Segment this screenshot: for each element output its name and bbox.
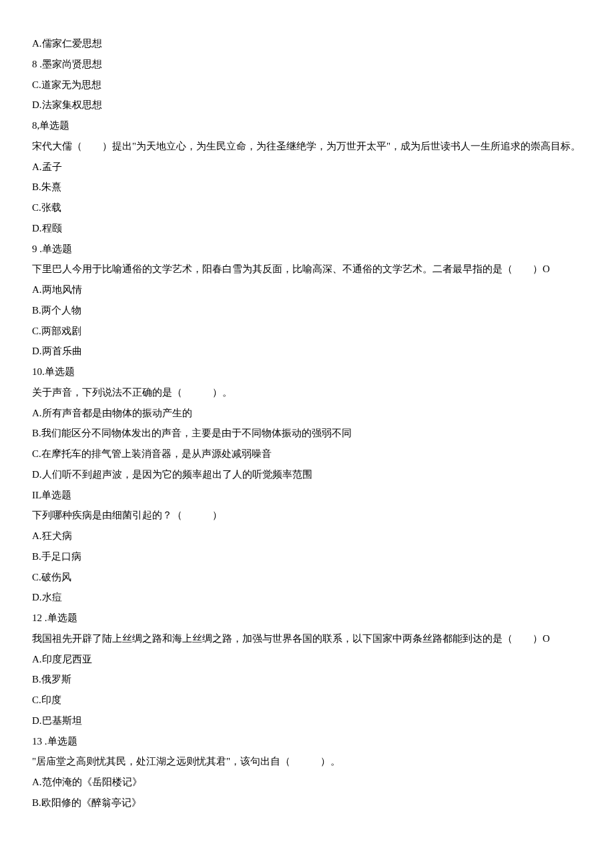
answer-option: A.孟子 bbox=[32, 157, 582, 177]
answer-option: A.儒家仁爱思想 bbox=[32, 33, 582, 54]
question-text: "居庙堂之高则忧其民，处江湖之远则忧其君"，该句出自（ ）。 bbox=[32, 751, 582, 772]
answer-option: A.狂犬病 bbox=[32, 526, 582, 546]
answer-option: B.俄罗斯 bbox=[32, 669, 582, 690]
answer-option: C.破伤风 bbox=[32, 567, 582, 588]
answer-option: A.范仲淹的《岳阳楼记》 bbox=[32, 772, 582, 793]
answer-option: A.两地风情 bbox=[32, 280, 582, 300]
question-heading: 9 .单选题 bbox=[32, 239, 582, 260]
answer-option: C.两部戏剧 bbox=[32, 321, 582, 342]
question-heading: 10.单选题 bbox=[32, 362, 582, 382]
answer-option: D.法家集权思想 bbox=[32, 95, 582, 115]
question-text: 下里巴人今用于比喻通俗的文学艺术，阳春白雪为其反面，比喻高深、不通俗的文学艺术。… bbox=[32, 259, 582, 280]
question-text: 我国祖先开辟了陆上丝绸之路和海上丝绸之路，加强与世界各国的联系，以下国家中两条丝… bbox=[32, 628, 582, 649]
answer-option: D.水痘 bbox=[32, 587, 582, 608]
answer-option: D.人们听不到超声波，是因为它的频率超出了人的听觉频率范围 bbox=[32, 464, 582, 485]
question-text: 宋代大儒（ ）提出"为天地立心，为生民立命，为往圣继绝学，为万世开太平"，成为后… bbox=[32, 136, 582, 157]
answer-option: D.两首乐曲 bbox=[32, 341, 582, 362]
question-heading: 8,单选题 bbox=[32, 115, 582, 136]
question-heading: 12 .单选题 bbox=[32, 608, 582, 628]
question-heading: IL单选题 bbox=[32, 485, 582, 506]
answer-option: A.印度尼西亚 bbox=[32, 649, 582, 670]
answer-option: B.两个人物 bbox=[32, 300, 582, 321]
answer-option: D.程颐 bbox=[32, 218, 582, 239]
answer-option: C.在摩托车的排气管上装消音器，是从声源处减弱噪音 bbox=[32, 444, 582, 464]
answer-option: B.手足口病 bbox=[32, 546, 582, 567]
answer-option: A.所有声音都是由物体的振动产生的 bbox=[32, 403, 582, 424]
question-text: 关于声音，下列说法不正确的是（ ）。 bbox=[32, 382, 582, 403]
answer-option: C.道家无为思想 bbox=[32, 75, 582, 95]
question-heading: 13 .单选题 bbox=[32, 731, 582, 752]
answer-option: B.欧阳修的《醉翁亭记》 bbox=[32, 793, 582, 813]
answer-option: C.张载 bbox=[32, 197, 582, 218]
answer-option: C.印度 bbox=[32, 690, 582, 711]
answer-option: B.朱熹 bbox=[32, 177, 582, 197]
question-text: 下列哪种疾病是由细菌引起的？（ ） bbox=[32, 505, 582, 526]
answer-option: 8 .墨家尚贤思想 bbox=[32, 54, 582, 75]
answer-option: D.巴基斯坦 bbox=[32, 711, 582, 731]
answer-option: B.我们能区分不同物体发出的声音，主要是由于不同物体振动的强弱不同 bbox=[32, 423, 582, 444]
